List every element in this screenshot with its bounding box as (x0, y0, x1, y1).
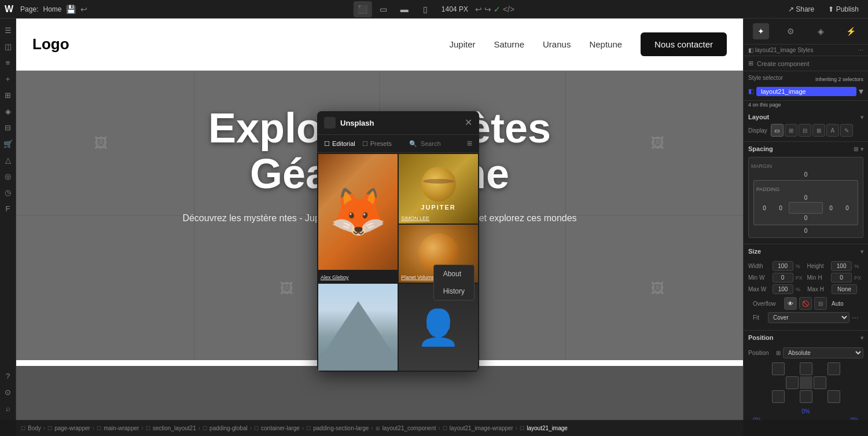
breadcrumb-section[interactable]: ☐ section_layout21 (146, 425, 196, 431)
panel-tab-more[interactable]: ⚡ (843, 23, 859, 39)
padding-left-input[interactable] (773, 205, 789, 211)
min-w-input[interactable] (773, 273, 793, 283)
breadcrumb-body[interactable]: ☐ Body (21, 425, 41, 431)
min-h-input[interactable] (831, 273, 852, 283)
device-tablet-landscape-btn[interactable]: ▬ (395, 1, 414, 17)
selector-tag[interactable]: layout21_image (756, 87, 856, 96)
overflow-scroll-btn[interactable]: ⊟ (814, 297, 827, 310)
search-input[interactable] (421, 140, 455, 147)
device-desktop-btn[interactable]: ⬛ (354, 1, 372, 17)
spacing-expand-icon[interactable]: ⊞ (854, 146, 858, 152)
device-tablet-btn[interactable]: ▯ (416, 1, 435, 17)
sidebar-icon-fonts[interactable]: F (1, 201, 15, 215)
image-cell-mountain[interactable] (318, 284, 398, 371)
height-input[interactable] (831, 261, 852, 271)
panel-tab-settings[interactable]: ⚙ (783, 23, 799, 39)
nav-cta-button[interactable]: Nous contacter (641, 32, 727, 56)
pos-handle-ml[interactable] (786, 376, 799, 389)
create-component-button[interactable]: ⊞ Create component (744, 56, 868, 71)
position-select[interactable]: Absolute Relative Fixed Static Sticky (783, 347, 863, 358)
sidebar-icon-help[interactable]: ? (1, 369, 15, 383)
display-flex-btn[interactable]: ⊞ (785, 124, 797, 137)
max-h-input[interactable] (832, 284, 857, 294)
breadcrumb-page-wrapper[interactable]: ☐ page-wrapper (47, 425, 90, 431)
padding-bottom-input[interactable] (798, 215, 814, 221)
selector-chevron[interactable]: ▾ (859, 86, 863, 97)
code-icon[interactable]: </> (503, 5, 514, 14)
sidebar-icon-style[interactable]: ◷ (1, 185, 15, 199)
pos-handle-bc[interactable] (800, 390, 812, 403)
display-inline-btn[interactable]: A (826, 124, 839, 137)
breadcrumb-padding-global[interactable]: ☐ padding-global (203, 425, 248, 431)
share-button[interactable]: ↗ Share (784, 3, 819, 16)
display-none-btn[interactable]: ⊠ (812, 124, 825, 137)
image-cell-fox[interactable]: Alex Gleboy (318, 154, 398, 283)
sidebar-icon-layers[interactable]: ≡ (1, 56, 15, 69)
pos-handle-mr[interactable] (814, 376, 826, 389)
sidebar-icon-logic[interactable]: △ (1, 153, 15, 167)
breadcrumb-component[interactable]: ⊞ layout21_component (376, 425, 436, 431)
about-item[interactable]: About (434, 265, 474, 283)
fit-select[interactable]: Cover Contain Fill None (768, 312, 849, 323)
overflow-visible-btn[interactable]: 👁 (784, 297, 797, 310)
size-group-title[interactable]: Size ▾ (744, 248, 868, 257)
panel-tab-interactions[interactable]: ◈ (812, 23, 829, 39)
panel-tab-style[interactable]: ✦ (753, 23, 769, 39)
sidebar-icon-pages[interactable]: ☰ (1, 23, 15, 37)
history-item[interactable]: History (434, 283, 474, 300)
margin-bottom-input[interactable] (798, 228, 814, 234)
pos-handle-br[interactable] (827, 390, 840, 403)
breadcrumb-image-wrapper[interactable]: ☐ layout21_image-wrapper (443, 425, 513, 431)
sidebar-icon-ecommerce[interactable]: 🛒 (1, 137, 15, 151)
nav-link-uranus[interactable]: Uranus (543, 39, 571, 49)
position-lr-row: 0% 0% (748, 417, 863, 420)
tab-editorial[interactable]: ☐ Editorial (324, 140, 355, 148)
sidebar-icon-search[interactable]: ⌕ (1, 401, 15, 415)
padding-top-input[interactable] (798, 195, 814, 201)
spacing-group-title[interactable]: Spacing ⊞ ▾ (744, 145, 868, 155)
pos-handle-tc[interactable] (800, 362, 812, 375)
padding-left-outer-input[interactable] (756, 205, 773, 211)
padding-right-input[interactable] (823, 205, 839, 211)
menu-icon[interactable]: ≡ (467, 138, 472, 149)
sidebar-icon-cms[interactable]: ⊟ (1, 120, 15, 134)
display-grid-btn[interactable]: ⊟ (799, 124, 811, 137)
padding-right-outer-input[interactable] (839, 205, 855, 211)
tab-presets[interactable]: ☐ Presets (362, 140, 392, 148)
breadcrumb-padding-section[interactable]: ☐ padding-section-large (306, 425, 369, 431)
fit-more-icon[interactable]: ⋯ (852, 314, 859, 322)
pos-handle-tl[interactable] (772, 362, 785, 375)
undo-icon[interactable]: ↩ (80, 5, 87, 14)
sidebar-icon-components[interactable]: ⊞ (1, 88, 15, 102)
overflow-hidden-btn[interactable]: 🚫 (799, 297, 812, 310)
sidebar-icon-account[interactable]: ⊙ (1, 385, 15, 399)
display-block-btn[interactable]: ▭ (771, 124, 784, 137)
redo-top-icon[interactable]: ↪ (484, 5, 491, 14)
top-bar-right: ↗ Share ⬆ Publish (784, 3, 863, 16)
breadcrumb-container[interactable]: ☐ container-large (254, 425, 300, 431)
cl-icon: ☐ (254, 426, 259, 431)
position-group-title[interactable]: Position ▾ (744, 334, 868, 343)
device-monitor-btn[interactable]: ▭ (374, 1, 393, 17)
section-menu-icon[interactable]: ⋯ (858, 47, 863, 53)
nav-link-jupiter[interactable]: Jupiter (449, 39, 475, 49)
breadcrumb-main-wrapper[interactable]: ☐ main-wrapper (97, 425, 139, 431)
pos-handle-tr[interactable] (827, 362, 840, 375)
layout-group-title[interactable]: Layout ▾ (744, 113, 868, 123)
sidebar-icon-navigator[interactable]: ◫ (1, 39, 15, 53)
sidebar-icon-add[interactable]: + (1, 72, 15, 86)
modal-close-button[interactable]: ✕ (465, 118, 472, 127)
display-edit-btn[interactable]: ✎ (840, 124, 853, 137)
nav-link-neptune[interactable]: Neptune (589, 39, 622, 49)
max-w-input[interactable] (773, 284, 793, 294)
width-input[interactable] (773, 261, 793, 271)
image-cell-jupiter[interactable]: JUPITER SIMON LEE (399, 154, 478, 224)
undo-top-icon[interactable]: ↩ (475, 5, 482, 14)
sidebar-icon-apps[interactable]: ◎ (1, 169, 15, 183)
breadcrumb-image[interactable]: ☐ layout21_image (520, 425, 568, 431)
pos-handle-bl[interactable] (772, 390, 785, 403)
margin-top-input[interactable] (798, 171, 814, 178)
publish-icon-btn[interactable]: ⬆ Publish (823, 3, 863, 16)
nav-link-saturne[interactable]: Saturne (494, 39, 524, 49)
sidebar-icon-assets[interactable]: ◈ (1, 104, 15, 118)
